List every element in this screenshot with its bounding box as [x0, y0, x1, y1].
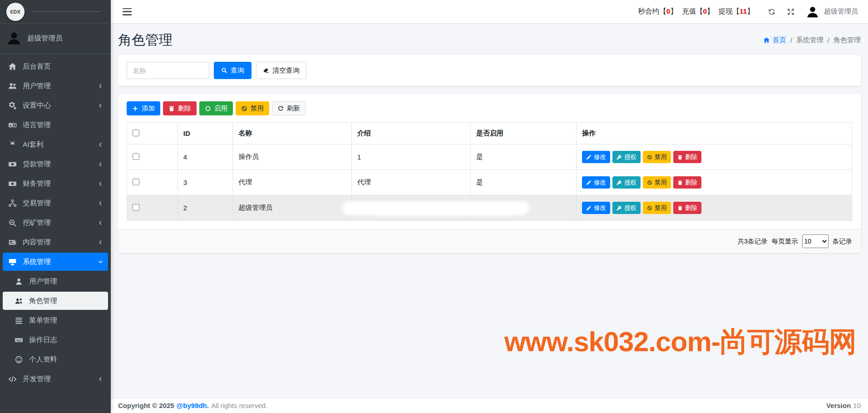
refresh-icon[interactable]: [768, 8, 776, 16]
breadcrumb-item: 系统管理: [796, 36, 824, 45]
enable-button[interactable]: 启用: [199, 101, 233, 115]
authorize-button[interactable]: 授权: [612, 202, 641, 214]
chevron-left-icon: [98, 161, 104, 167]
search-icon: [221, 67, 227, 74]
users-icon: [15, 297, 23, 305]
delete-row-button[interactable]: 删除: [673, 202, 701, 214]
col-header-name: 名称: [233, 123, 352, 144]
trash-icon: [677, 180, 683, 185]
row-select-checkbox[interactable]: [133, 153, 139, 160]
sidebar-subitem-op-log[interactable]: 操作日志: [3, 331, 108, 349]
hamburger-icon[interactable]: [123, 8, 132, 15]
footer-author-link[interactable]: @by99dh.: [177, 402, 209, 409]
key-icon: [616, 154, 622, 160]
footer-copyright: Copyright © 2025: [118, 402, 174, 409]
row-select-checkbox[interactable]: [133, 179, 139, 185]
authorize-button[interactable]: 授权: [612, 176, 641, 189]
refresh-button[interactable]: 刷新: [272, 101, 306, 115]
sidebar-item-dev[interactable]: 开发管理: [3, 370, 108, 388]
sidebar-item-label: AI套利: [23, 140, 98, 149]
sidebar-user-panel[interactable]: 超级管理员: [0, 24, 111, 54]
chevron-left-icon: [98, 239, 104, 245]
key-icon: [616, 180, 622, 185]
ban-button[interactable]: 禁用: [643, 151, 671, 163]
pencil-icon: [586, 154, 592, 160]
trash-icon: [677, 154, 683, 160]
per-page-select[interactable]: 10: [802, 234, 829, 248]
sidebar-subitem-menu-admin[interactable]: 菜单管理: [3, 311, 108, 329]
money-bill-icon: [8, 160, 17, 169]
disable-button[interactable]: 禁用: [236, 101, 269, 115]
authorize-button[interactable]: 授权: [612, 151, 641, 163]
col-header-actions: 操作: [577, 123, 852, 144]
cell-intro: 代理: [352, 170, 471, 195]
sidebar: €DX 超级管理员 后台首页 用户管理 设置中心 A文 语言管理 AI套利: [0, 0, 111, 413]
svg-text:文: 文: [13, 124, 16, 127]
total-records: 共3条记录: [737, 237, 767, 246]
footer-version-value: 10: [853, 402, 861, 409]
roles-table: ID 名称 介绍 是否启用 操作 4 操作员 1 是: [127, 122, 852, 221]
chevron-left-icon: [98, 220, 104, 226]
add-button[interactable]: 添加: [127, 101, 160, 115]
cell-enabled: 是: [470, 170, 576, 195]
per-page-suffix: 条记录: [833, 237, 853, 246]
sidebar-item-finance[interactable]: 财务管理: [3, 174, 108, 193]
sidebar-item-ai[interactable]: AI套利: [3, 135, 108, 154]
footer: Copyright © 2025 @by99dh. All rights res…: [111, 398, 868, 413]
brand-area[interactable]: €DX: [0, 0, 111, 24]
breadcrumb-home-link[interactable]: 首页: [763, 36, 786, 45]
sidebar-item-label: 挖矿管理: [23, 218, 98, 228]
sidebar-item-trade[interactable]: 交易管理: [3, 194, 108, 212]
trash-icon: [168, 105, 175, 112]
cell-id: 2: [178, 195, 232, 221]
sidebar-item-users[interactable]: 用户管理: [3, 77, 108, 95]
delete-row-button[interactable]: 删除: [673, 176, 701, 189]
chevron-left-icon: [98, 103, 104, 109]
sidebar-item-system[interactable]: 系统管理: [3, 253, 108, 271]
edit-button[interactable]: 修改: [582, 202, 610, 214]
home-icon: [8, 62, 17, 71]
select-all-checkbox[interactable]: [133, 129, 139, 136]
chevron-left-icon: [98, 181, 104, 187]
sidebar-item-language[interactable]: A文 语言管理: [3, 116, 108, 134]
topbar: 秒合约【0】 充值【0】 提现【11】 超级管理员: [111, 0, 868, 24]
sidebar-item-label: 系统管理: [23, 257, 98, 267]
sidebar-item-content[interactable]: 内容管理: [3, 233, 108, 251]
row-select-checkbox[interactable]: [133, 204, 139, 211]
sidebar-subitem-profile[interactable]: 个人资料: [3, 350, 108, 368]
sidebar-item-label: 后台首页: [23, 62, 104, 71]
topbar-user[interactable]: 超级管理员: [806, 5, 858, 19]
clear-query-button[interactable]: 清空查询: [256, 62, 306, 79]
edit-button[interactable]: 修改: [582, 176, 610, 189]
sidebar-item-label: 设置中心: [23, 101, 98, 110]
sidebar-item-loans[interactable]: 贷款管理: [3, 155, 108, 173]
circle-icon: [205, 105, 211, 112]
query-button[interactable]: 查询: [214, 62, 252, 79]
table-row: 2 超级管理员 修改 授权 禁用 删除: [127, 195, 852, 221]
eraser-icon: [263, 67, 269, 74]
table-card: 添加 删除 启用 禁用 刷新: [118, 94, 861, 253]
sidebar-subitem-role-admin[interactable]: 角色管理: [3, 292, 108, 310]
brand-logo: €DX: [6, 3, 25, 21]
sidebar-item-settings[interactable]: 设置中心: [3, 96, 108, 114]
sidebar-item-dashboard[interactable]: 后台首页: [3, 57, 108, 75]
ban-button[interactable]: 禁用: [643, 176, 671, 189]
delete-row-button[interactable]: 删除: [673, 151, 701, 163]
sidebar-item-mining[interactable]: 挖矿管理: [3, 214, 108, 232]
sidebar-item-label: 用户管理: [29, 277, 104, 286]
smile-icon: [15, 355, 23, 364]
table-row: 3 代理 代理 是 修改 授权 禁用 删除: [127, 170, 852, 195]
sidebar-subitem-user-admin[interactable]: 用户管理: [3, 272, 108, 290]
chevron-left-icon: [98, 83, 104, 89]
fullscreen-icon[interactable]: [787, 8, 795, 16]
table-toolbar: 添加 删除 启用 禁用 刷新: [127, 101, 852, 115]
ban-button[interactable]: 禁用: [643, 202, 671, 214]
edit-button[interactable]: 修改: [582, 151, 610, 163]
plus-icon: [132, 105, 138, 112]
delete-button[interactable]: 删除: [163, 101, 197, 115]
ban-icon: [647, 180, 652, 185]
search-input[interactable]: [127, 62, 209, 79]
table-header-row: ID 名称 介绍 是否启用 操作: [127, 123, 852, 144]
cell-id: 3: [178, 170, 232, 195]
sidebar-item-label: 内容管理: [23, 238, 98, 247]
